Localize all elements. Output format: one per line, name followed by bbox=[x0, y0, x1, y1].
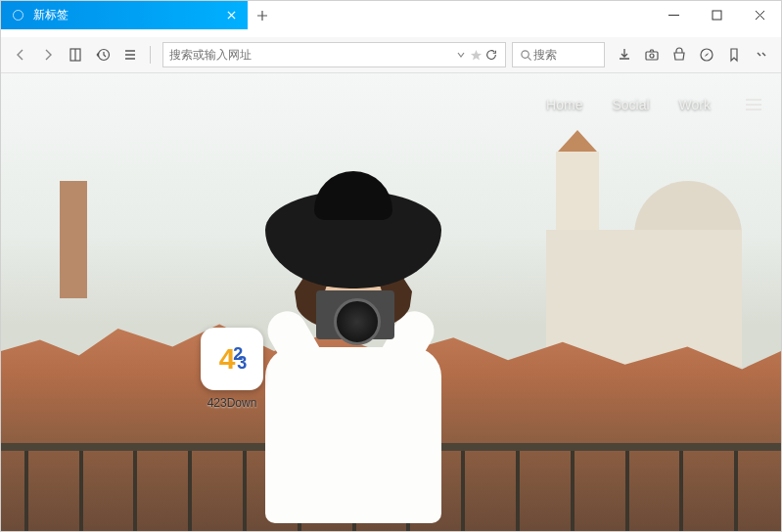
nav-work[interactable]: Work bbox=[679, 97, 711, 112]
plus-icon bbox=[256, 10, 268, 22]
shop-icon bbox=[671, 47, 687, 63]
background-image bbox=[1, 73, 781, 531]
history-button[interactable] bbox=[89, 41, 116, 68]
overflow-button[interactable] bbox=[748, 41, 775, 68]
loading-icon bbox=[13, 10, 23, 21]
favorite-button[interactable] bbox=[469, 49, 484, 62]
page-nav: Home Social Work bbox=[546, 97, 761, 112]
chevron-down-icon bbox=[456, 50, 466, 60]
tile-logo: 423 bbox=[201, 328, 263, 390]
back-icon bbox=[13, 47, 28, 63]
new-tab-button[interactable] bbox=[248, 1, 277, 29]
svg-rect-0 bbox=[713, 11, 721, 20]
download-icon bbox=[617, 47, 632, 63]
hamburger-icon bbox=[746, 99, 761, 101]
read-list-icon bbox=[122, 47, 138, 63]
nav-social[interactable]: Social bbox=[612, 97, 649, 112]
logo-423-icon: 423 bbox=[219, 342, 246, 376]
window-maximize-button[interactable] bbox=[695, 1, 738, 29]
page-content: Home Social Work 423 423Down bbox=[1, 73, 781, 531]
address-dropdown-button[interactable] bbox=[453, 50, 469, 60]
extensions-button[interactable] bbox=[666, 41, 693, 68]
nav-menu-button[interactable] bbox=[746, 99, 761, 111]
close-icon bbox=[227, 11, 236, 20]
toolbar-divider bbox=[150, 46, 151, 64]
reading-list-button[interactable] bbox=[116, 41, 144, 68]
reload-button[interactable] bbox=[483, 48, 499, 62]
forward-icon bbox=[40, 47, 56, 63]
screenshot-button[interactable] bbox=[638, 41, 666, 68]
address-input[interactable] bbox=[169, 48, 453, 62]
browser-tab[interactable]: 新标签 bbox=[1, 1, 248, 29]
star-icon bbox=[470, 49, 483, 62]
compass-icon bbox=[699, 47, 714, 63]
downloads-button[interactable] bbox=[611, 41, 638, 68]
window-close-button[interactable] bbox=[738, 1, 781, 29]
nav-home[interactable]: Home bbox=[546, 97, 582, 112]
toolbar bbox=[1, 37, 781, 73]
tab-close-button[interactable] bbox=[222, 7, 240, 24]
nav-back-button[interactable] bbox=[7, 41, 34, 68]
history-icon bbox=[95, 47, 111, 63]
maximize-icon bbox=[712, 10, 722, 21]
camera-icon bbox=[644, 47, 660, 63]
svg-point-3 bbox=[522, 50, 529, 57]
more-icon bbox=[754, 47, 769, 63]
close-icon bbox=[755, 10, 765, 21]
search-bar[interactable] bbox=[512, 42, 605, 67]
window-controls bbox=[652, 1, 781, 37]
tab-title: 新标签 bbox=[33, 7, 69, 23]
speed-dial-tile[interactable]: 423 423Down bbox=[193, 328, 271, 410]
minimize-icon bbox=[668, 10, 679, 21]
address-bar[interactable] bbox=[162, 42, 506, 67]
reader-view-button[interactable] bbox=[62, 41, 89, 68]
titlebar-spacer bbox=[277, 1, 652, 37]
reload-icon bbox=[484, 48, 498, 62]
titlebar: 新标签 bbox=[1, 1, 781, 37]
window-minimize-button[interactable] bbox=[652, 1, 695, 29]
search-icon bbox=[520, 49, 532, 62]
reader-icon bbox=[68, 47, 83, 63]
tile-label: 423Down bbox=[193, 396, 271, 410]
bookmark-icon bbox=[726, 47, 742, 63]
svg-rect-4 bbox=[646, 52, 658, 60]
nav-forward-button[interactable] bbox=[34, 41, 62, 68]
search-input[interactable] bbox=[533, 48, 598, 62]
compass-button[interactable] bbox=[693, 41, 720, 68]
svg-point-5 bbox=[650, 54, 654, 58]
bookmarks-button[interactable] bbox=[720, 41, 748, 68]
search-icon-wrap bbox=[519, 49, 533, 62]
